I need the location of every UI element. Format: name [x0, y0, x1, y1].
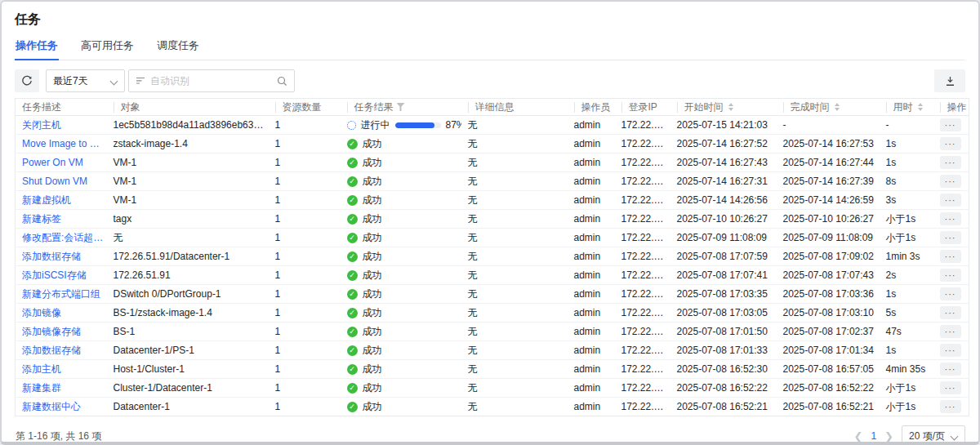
table-row: 新建数据中心Datacenter-11✓成功无admin172.22.2...2…	[16, 398, 969, 416]
more-actions-button[interactable]: ···	[940, 325, 961, 338]
task-link[interactable]: Power On VM	[22, 157, 83, 168]
task-link[interactable]: 添加数据存储	[22, 250, 81, 264]
refresh-button[interactable]	[15, 69, 39, 92]
table-row: Move Image to Rec...zstack-image-1.41✓成功…	[16, 135, 969, 154]
column-label: 详细信息	[475, 100, 514, 114]
start-time-cell: 2025-07-15 14:21:03	[670, 116, 777, 135]
search-icon[interactable]	[277, 76, 287, 87]
task-link[interactable]: 新建虚拟机	[22, 194, 71, 207]
more-actions-button[interactable]: ···	[940, 194, 961, 207]
success-check-icon: ✓	[347, 345, 358, 356]
resource-count-cell: 1	[269, 304, 341, 323]
sort-icon[interactable]	[835, 103, 840, 111]
object-cell: Datacenter-1	[107, 398, 269, 416]
more-actions-button[interactable]: ···	[940, 287, 961, 300]
task-result-cell: ✓成功	[341, 379, 461, 398]
more-actions-button[interactable]: ···	[940, 363, 961, 376]
end-time-cell: 2025-07-08 17:09:02	[777, 247, 880, 266]
page-size-value: 20 项/页	[909, 429, 945, 443]
end-time-cell: 2025-07-14 16:27:44	[777, 154, 880, 172]
task-link[interactable]: 修改配置:会话超时...	[22, 231, 104, 245]
column-header[interactable]: 开始时间	[670, 99, 777, 116]
search-input[interactable]	[150, 75, 272, 87]
object-cell: Cluster-1/Datacenter-1	[107, 379, 269, 398]
task-link[interactable]: Move Image to Rec...	[22, 138, 104, 149]
task-link[interactable]: Shut Down VM	[22, 176, 87, 187]
task-link[interactable]: 关闭主机	[22, 118, 61, 132]
resource-count-cell: 1	[269, 266, 341, 285]
tab-2[interactable]: 高可用任务	[80, 37, 135, 60]
more-actions-button[interactable]: ···	[940, 381, 961, 394]
end-time-cell: 2025-07-10 10:26:27	[777, 210, 880, 229]
progress-percent: 87%	[446, 119, 461, 131]
resource-count-cell: 1	[269, 285, 341, 304]
task-link[interactable]: 添加镜像	[22, 306, 61, 320]
object-cell: 无	[107, 229, 269, 247]
app-window: 任务 操作任务高可用任务调度任务 最近7天	[0, 0, 980, 445]
more-actions-button[interactable]: ···	[940, 156, 961, 169]
task-link[interactable]: 新建标签	[22, 212, 61, 226]
column-header[interactable]: 任务结果	[341, 99, 461, 116]
tab-3[interactable]: 调度任务	[156, 37, 200, 60]
table-row: 新建集群Cluster-1/Datacenter-11✓成功无admin172.…	[16, 379, 969, 398]
end-time-cell: 2025-07-08 16:52:21	[777, 398, 880, 416]
table-row: 新建标签tagx1✓成功无admin172.22.2...2025-07-10 …	[16, 210, 969, 229]
column-header[interactable]: 用时	[880, 99, 933, 116]
task-link[interactable]: 添加镜像存储	[22, 325, 81, 339]
more-actions-button[interactable]: ···	[940, 137, 961, 150]
start-time-cell: 2025-07-09 11:08:09	[670, 229, 777, 247]
login-ip-cell: 172.22.2...	[615, 116, 670, 135]
column-label: 登录IP	[629, 100, 657, 114]
status-label: 成功	[363, 212, 382, 226]
sort-icon[interactable]	[918, 103, 923, 111]
task-link[interactable]: 新建分布式端口组	[22, 287, 100, 301]
status-label: 成功	[363, 381, 382, 395]
sort-icon[interactable]	[728, 103, 733, 111]
more-actions-button[interactable]: ···	[940, 175, 961, 188]
success-check-icon: ✓	[347, 251, 358, 262]
status-label: 进行中	[361, 118, 390, 132]
task-link[interactable]: 添加数据存储	[22, 344, 81, 358]
more-actions-button[interactable]: ···	[940, 212, 961, 225]
table-header-row: 任务描述对象资源数量任务结果详细信息操作员登录IP开始时间完成时间用时操作	[16, 99, 969, 116]
more-actions-button[interactable]: ···	[940, 118, 961, 131]
task-result-cell: ✓成功	[341, 172, 461, 191]
task-description-cell: Move Image to Rec...	[16, 135, 107, 154]
task-link[interactable]: 添加主机	[22, 363, 61, 376]
date-range-select[interactable]: 最近7天	[46, 69, 125, 92]
column-header[interactable]: 完成时间	[777, 99, 880, 116]
detail-cell: 无	[461, 398, 568, 416]
task-link[interactable]: 添加iSCSI存储	[22, 269, 87, 283]
login-ip-cell: 172.22.2...	[615, 304, 670, 323]
more-actions-button[interactable]: ···	[940, 400, 961, 413]
more-actions-button[interactable]: ···	[940, 250, 961, 263]
export-button[interactable]	[934, 69, 965, 92]
tab-1[interactable]: 操作任务	[15, 37, 59, 60]
more-actions-button[interactable]: ···	[940, 344, 961, 357]
operator-cell: admin	[568, 154, 615, 172]
chevron-down-icon	[951, 433, 958, 439]
login-ip-cell: 172.22.2...	[615, 135, 670, 154]
operator-cell: admin	[568, 379, 615, 398]
success-check-icon: ✓	[347, 139, 358, 149]
chevron-right-icon[interactable]: ❯	[884, 431, 893, 442]
toolbar: 最近7天	[15, 69, 965, 92]
page-number[interactable]: 1	[871, 430, 876, 442]
more-actions-button[interactable]: ···	[940, 231, 961, 244]
task-result-cell: ✓成功	[341, 210, 461, 229]
filter-icon[interactable]	[397, 103, 405, 111]
chevron-left-icon[interactable]: ❮	[853, 431, 862, 442]
status-label: 成功	[363, 156, 382, 170]
detail-cell: 无	[461, 172, 568, 191]
status-label: 成功	[363, 325, 382, 339]
task-link[interactable]: 新建集群	[22, 381, 61, 395]
object-cell: Datacenter-1/PS-1	[107, 341, 269, 360]
page-size-select[interactable]: 20 项/页	[902, 425, 965, 445]
more-actions-button[interactable]: ···	[940, 269, 961, 282]
more-actions-button[interactable]: ···	[940, 306, 961, 319]
status-label: 成功	[363, 363, 382, 376]
detail-cell: 无	[461, 379, 568, 398]
task-link[interactable]: 新建数据中心	[22, 400, 81, 414]
date-range-value: 最近7天	[53, 74, 88, 88]
task-result-cell: ✓成功	[341, 341, 461, 360]
